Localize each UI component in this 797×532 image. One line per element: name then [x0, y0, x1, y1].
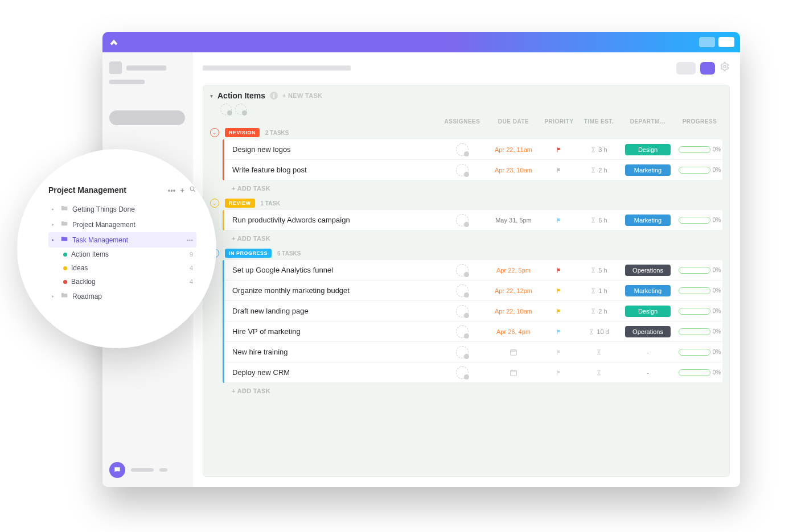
more-icon[interactable]: ••• — [186, 237, 193, 244]
header-pill-grey[interactable] — [676, 62, 696, 75]
task-row[interactable]: Design new logosApr 22, 11am3 hDesign0% — [224, 139, 722, 160]
task-row[interactable]: New hire training-0% — [224, 342, 722, 362]
task-row[interactable]: Run productivity Adwords campaignMay 31,… — [224, 210, 722, 230]
titlebar-switch-dim[interactable] — [699, 37, 715, 47]
chat-button[interactable] — [109, 462, 125, 478]
assignee-add-icon[interactable] — [456, 284, 469, 297]
department-tag[interactable]: Marketing — [625, 215, 671, 226]
plus-icon[interactable]: + — [180, 186, 184, 195]
col-time[interactable]: TIME EST. — [579, 118, 619, 125]
priority-flag-icon[interactable] — [556, 287, 562, 294]
progress-indicator[interactable]: 0% — [679, 287, 721, 294]
header-pill-purple[interactable] — [700, 62, 715, 75]
status-badge[interactable]: IN PROGRESS — [225, 249, 272, 258]
status-badge[interactable]: REVIEW — [225, 199, 255, 208]
time-estimate[interactable]: 2 h — [590, 308, 607, 315]
priority-flag-icon[interactable] — [556, 328, 562, 335]
assignee-add-icon[interactable] — [456, 366, 469, 379]
department-tag[interactable]: Marketing — [625, 285, 671, 296]
progress-indicator[interactable]: 0% — [679, 167, 721, 174]
priority-flag-icon[interactable] — [556, 369, 562, 376]
time-estimate[interactable]: 5 h — [590, 267, 607, 274]
department-tag[interactable]: Operations — [625, 326, 671, 337]
add-task-button[interactable]: + ADD TASK — [210, 180, 722, 195]
due-date[interactable]: Apr 22, 10am — [495, 308, 532, 315]
task-row[interactable]: Deploy new CRM-0% — [224, 362, 722, 383]
time-estimate[interactable] — [596, 349, 602, 356]
assignee-add-icon[interactable] — [456, 264, 469, 277]
priority-flag-icon[interactable] — [556, 308, 562, 315]
task-row[interactable]: Organize monthly marketing budgetApr 22,… — [224, 281, 722, 301]
task-row[interactable]: Draft new landing pageApr 22, 10am2 hDes… — [224, 301, 722, 321]
assignee-add-icon[interactable] — [456, 346, 469, 358]
due-date[interactable]: Apr 23, 10am — [495, 167, 532, 174]
department-tag[interactable]: Marketing — [625, 164, 671, 176]
progress-indicator[interactable]: 0% — [679, 267, 721, 274]
priority-flag-icon[interactable] — [556, 217, 562, 224]
progress-indicator[interactable]: 0% — [679, 349, 721, 356]
col-due[interactable]: DUE DATE — [488, 118, 539, 125]
department-tag[interactable]: Design — [625, 306, 671, 317]
status-badge[interactable]: REVISION — [225, 128, 260, 137]
assignee-add-icon[interactable] — [456, 325, 469, 338]
assignee-add-icon[interactable] — [456, 164, 469, 176]
status-toggle[interactable]: ⌄ — [210, 128, 219, 137]
col-progress[interactable]: PROGRESS — [677, 118, 722, 125]
department-tag[interactable]: Operations — [625, 265, 671, 276]
main-content: ▾ Action Items i + NEW TASK ASSIGNEES DU… — [192, 52, 740, 487]
progress-indicator[interactable]: 0% — [679, 369, 721, 376]
add-task-button[interactable]: + ADD TASK — [210, 383, 722, 398]
tree-list-item[interactable]: Action Items9 — [48, 248, 196, 261]
new-task-button[interactable]: + NEW TASK — [282, 92, 322, 99]
titlebar-switch-bright[interactable] — [718, 37, 734, 47]
progress-indicator[interactable]: 0% — [679, 217, 721, 224]
calendar-icon[interactable] — [510, 348, 517, 356]
time-estimate[interactable]: 2 h — [590, 167, 607, 174]
due-date[interactable]: Apr 22, 12pm — [495, 287, 532, 294]
task-row[interactable]: Write feature blog postApr 23, 10am2 hMa… — [224, 160, 722, 180]
assignee-add-icon[interactable] — [456, 305, 469, 317]
tree-folder-item[interactable]: ▸Getting Things Done — [48, 201, 196, 217]
flag-placeholder-icon[interactable] — [220, 104, 232, 115]
col-dept[interactable]: DEPARTM… — [622, 118, 673, 125]
priority-flag-icon[interactable] — [556, 267, 562, 274]
assignee-add-icon[interactable] — [456, 214, 469, 226]
due-date[interactable]: Apr 22, 5pm — [496, 267, 531, 274]
time-estimate[interactable]: 1 h — [590, 287, 607, 294]
hourglass-icon — [590, 146, 596, 153]
tree-folder-item[interactable]: ▸Roadmap — [48, 288, 196, 304]
tree-folder-item[interactable]: ▸Task Management••• — [48, 232, 196, 248]
info-icon[interactable]: i — [270, 92, 278, 100]
more-icon[interactable]: ••• — [168, 186, 176, 195]
tree-list-item[interactable]: Backlog4 — [48, 275, 196, 288]
gear-icon[interactable] — [720, 61, 730, 75]
progress-indicator[interactable]: 0% — [679, 146, 721, 153]
priority-flag-icon[interactable] — [556, 349, 562, 356]
progress-indicator[interactable]: 0% — [679, 308, 721, 315]
add-task-button[interactable]: + ADD TASK — [210, 230, 722, 245]
department-tag[interactable]: Design — [625, 144, 671, 155]
tree-folder-item[interactable]: ▸Project Management — [48, 217, 196, 232]
priority-flag-icon[interactable] — [556, 146, 562, 153]
calendar-icon[interactable] — [510, 369, 517, 377]
time-estimate[interactable] — [596, 369, 602, 376]
status-toggle[interactable]: ⌄ — [210, 199, 219, 208]
due-date[interactable]: May 31, 5pm — [495, 217, 532, 224]
assignee-placeholder-icon[interactable] — [235, 104, 247, 115]
col-priority[interactable]: PRIORITY — [539, 118, 579, 125]
task-row[interactable]: Set up Google Analytics funnelApr 22, 5p… — [224, 260, 722, 281]
search-icon[interactable] — [189, 185, 196, 195]
col-assignees[interactable]: ASSIGNEES — [437, 118, 488, 125]
priority-flag-icon[interactable] — [556, 167, 562, 174]
progress-indicator[interactable]: 0% — [679, 328, 721, 335]
due-date[interactable]: Apr 22, 11am — [495, 146, 532, 153]
tree-list-item[interactable]: Ideas4 — [48, 261, 196, 275]
task-row[interactable]: Hire VP of marketingApr 26, 4pm10 dOpera… — [224, 321, 722, 342]
time-estimate[interactable]: 10 d — [589, 328, 609, 335]
time-estimate[interactable]: 3 h — [590, 146, 607, 153]
time-estimate[interactable]: 6 h — [590, 217, 607, 224]
assignee-add-icon[interactable] — [456, 143, 469, 156]
sidebar-search-placeholder[interactable] — [109, 110, 185, 125]
caret-down-icon[interactable]: ▾ — [210, 93, 213, 99]
due-date[interactable]: Apr 26, 4pm — [496, 328, 531, 335]
